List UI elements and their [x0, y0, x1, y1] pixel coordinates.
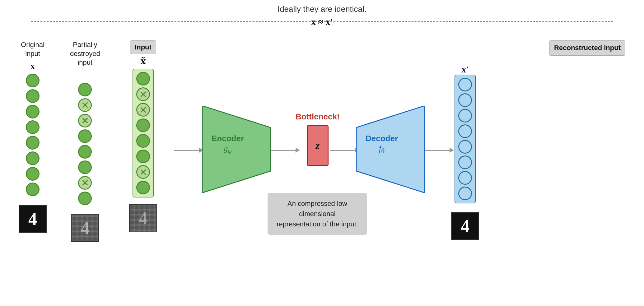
output-node-1 [458, 78, 472, 91]
decoder-block: Decoder fθ [356, 106, 425, 193]
encoder-block: Encoder gφ [202, 106, 271, 193]
reconstructed-label-box: Reconstructed input [549, 40, 625, 56]
original-node-5 [26, 136, 40, 150]
original-node-2 [26, 89, 40, 103]
ideally-identical-text: Ideally they are identical. [278, 4, 366, 14]
digit-4-input: 4 [139, 210, 147, 227]
decoder-sublabel: fθ [366, 144, 398, 155]
output-node-6 [458, 155, 472, 169]
destroyed-node-list [78, 83, 92, 205]
original-math-label: x [30, 61, 35, 71]
output-node-4 [458, 124, 472, 138]
encoder-label: Encoder [212, 134, 244, 143]
input-node-1 [136, 72, 150, 86]
original-node-7 [26, 167, 40, 181]
original-node-list [26, 74, 40, 196]
input-tilde-column: Input x̃ 4 [129, 40, 157, 232]
diagram-container: Ideally they are identical. x ≈ x′ Origi… [0, 0, 644, 306]
original-input-column: Originalinput x 4 [19, 40, 47, 233]
decoder-label: Decoder [366, 134, 398, 143]
encoder-sublabel: gφ [212, 144, 244, 155]
bottleneck-label: Bottleneck! [296, 112, 340, 122]
input-node-7 [136, 165, 150, 179]
top-annotation-area: Ideally they are identical. x ≈ x′ [278, 4, 366, 27]
arrow-z-to-decoder [330, 148, 359, 153]
input-image-thumb: 4 [129, 204, 157, 232]
input-node-8 [136, 181, 150, 194]
destroyed-input-label: Partiallydestroyedinput [70, 40, 100, 67]
destroyed-node-6 [78, 160, 92, 174]
input-node-box [133, 69, 154, 197]
tilde-x-label: x̃ [141, 56, 146, 66]
z-label: z [315, 140, 320, 151]
xprime-label: x′ [461, 64, 469, 75]
arrow-line-3 [330, 150, 355, 151]
reconstructed-label: Reconstructed input [549, 40, 625, 56]
destroyed-image-thumb: 4 [71, 214, 99, 242]
original-image-thumb: 4 [19, 205, 47, 233]
original-node-1 [26, 74, 40, 87]
input-node-4 [136, 118, 150, 132]
arrow-decoder-to-output [425, 148, 454, 153]
destroyed-node-4 [78, 129, 92, 143]
destroyed-node-7 [78, 176, 92, 190]
destroyed-node-3 [78, 114, 92, 128]
digit-4-output: 4 [461, 217, 469, 235]
output-node-2 [458, 93, 472, 107]
output-column: x′ 4 [451, 62, 479, 240]
destroyed-node-5 [78, 145, 92, 159]
arrow-line-4 [425, 150, 450, 151]
input-box-label: Input [130, 40, 156, 54]
output-image-thumb: 4 [451, 212, 479, 240]
output-node-3 [458, 109, 472, 123]
arrow-to-encoder [174, 148, 203, 153]
input-node-2 [136, 87, 150, 101]
tooltip-text: An compressed low dimensionalrepresentat… [275, 198, 360, 229]
digit-4-destroyed: 4 [81, 219, 89, 237]
input-node-3 [136, 103, 150, 117]
output-node-7 [458, 171, 472, 185]
destroyed-input-column: Partiallydestroyedinput x 4 [70, 40, 100, 242]
equation-text: x ≈ x′ [278, 16, 366, 27]
original-node-4 [26, 120, 40, 134]
destroyed-node-1 [78, 83, 92, 96]
z-box: z [307, 125, 329, 166]
output-node-8 [458, 187, 472, 200]
input-node-5 [136, 134, 150, 148]
original-input-label: Originalinput [21, 40, 44, 58]
tooltip-box: An compressed low dimensionalrepresentat… [268, 193, 367, 235]
arrow-line-2 [271, 150, 296, 151]
bottleneck-block: Bottleneck! z [296, 112, 340, 166]
digit-4-original: 4 [28, 210, 37, 228]
original-node-6 [26, 151, 40, 165]
destroyed-node-2 [78, 98, 92, 112]
original-node-8 [26, 183, 40, 196]
output-node-box [455, 75, 476, 203]
arrow-line-1 [174, 150, 199, 151]
original-node-3 [26, 105, 40, 118]
input-node-6 [136, 150, 150, 163]
output-node-5 [458, 140, 472, 154]
destroyed-node-8 [78, 192, 92, 205]
